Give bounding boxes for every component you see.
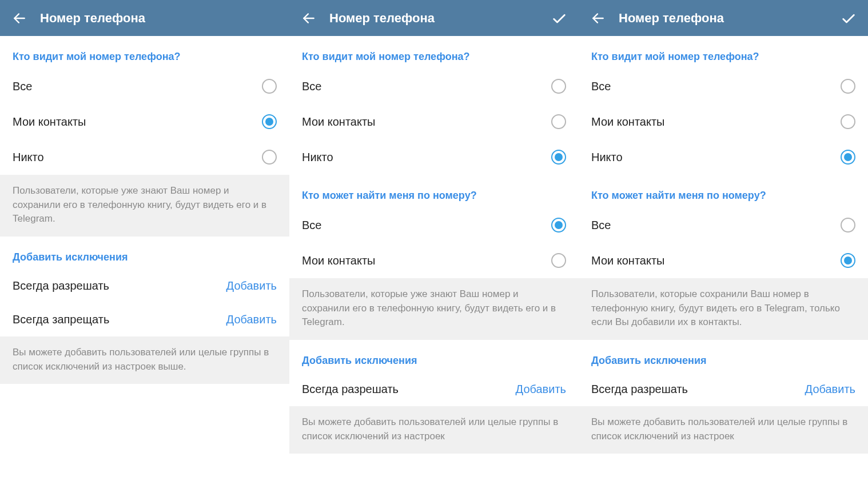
radio-label: Мои контакты [302, 254, 375, 267]
settings-screen: Номер телефонаКто видит мой номер телефо… [0, 0, 289, 493]
section-title: Добавить исключения [579, 340, 868, 372]
exception-label: Всегда разрешать [591, 383, 688, 396]
confirm-check-icon[interactable] [548, 7, 571, 30]
radio-label: Все [302, 80, 321, 93]
exception-row[interactable]: Всегда разрешатьДобавить [579, 372, 868, 406]
info-text: Пользователи, которые уже знают Ваш номе… [0, 175, 289, 237]
radio-label: Мои контакты [302, 115, 375, 129]
radio-option[interactable]: Мои контакты [289, 104, 579, 139]
confirm-check-icon[interactable] [837, 7, 860, 30]
info-text: Пользователи, которые сохранили Ваш номе… [579, 278, 868, 340]
radio-option[interactable]: Никто [289, 139, 579, 175]
radio-button-icon[interactable] [841, 114, 855, 129]
radio-option[interactable]: Никто [0, 139, 289, 175]
add-link[interactable]: Добавить [226, 313, 277, 326]
radio-label: Все [302, 219, 321, 232]
radio-option[interactable]: Мои контакты [0, 104, 289, 139]
radio-button-icon[interactable] [841, 79, 855, 94]
radio-option[interactable]: Все [289, 207, 579, 243]
radio-option[interactable]: Все [289, 69, 579, 104]
section-title: Кто видит мой номер телефона? [0, 36, 289, 69]
toolbar: Номер телефона [0, 0, 289, 36]
radio-label: Мои контакты [591, 115, 664, 129]
radio-option[interactable]: Мои контакты [579, 104, 868, 139]
page-title: Номер телефона [619, 11, 837, 26]
toolbar: Номер телефона [289, 0, 579, 36]
radio-label: Все [591, 219, 611, 232]
back-arrow-icon[interactable] [8, 7, 31, 30]
settings-screen: Номер телефонаКто видит мой номер телефо… [289, 0, 579, 493]
radio-button-icon[interactable] [841, 150, 855, 165]
radio-option[interactable]: Мои контакты [289, 243, 579, 278]
section-title: Кто видит мой номер телефона? [289, 36, 579, 69]
radio-label: Все [13, 80, 32, 93]
back-arrow-icon[interactable] [587, 7, 610, 30]
section-title: Добавить исключения [289, 340, 579, 372]
radio-option[interactable]: Мои контакты [579, 243, 868, 278]
info-text: Вы можете добавить пользователей или цел… [289, 406, 579, 454]
exception-label: Всегда разрешать [302, 383, 399, 396]
radio-button-icon[interactable] [551, 79, 566, 94]
radio-label: Мои контакты [591, 254, 664, 267]
radio-button-icon[interactable] [841, 218, 855, 233]
settings-screen: Номер телефонаКто видит мой номер телефо… [579, 0, 868, 493]
exception-label: Всегда разрешать [13, 279, 109, 292]
radio-button-icon[interactable] [551, 114, 566, 129]
radio-button-icon[interactable] [841, 253, 855, 268]
info-text: Пользователи, которые уже знают Ваш номе… [289, 278, 579, 340]
add-link[interactable]: Добавить [516, 383, 566, 396]
section-title: Добавить исключения [0, 237, 289, 269]
radio-option[interactable]: Все [579, 207, 868, 243]
exception-row[interactable]: Всегда запрещатьДобавить [0, 303, 289, 336]
radio-label: Никто [13, 151, 44, 164]
radio-button-icon[interactable] [551, 150, 566, 165]
back-arrow-icon[interactable] [297, 7, 320, 30]
radio-label: Никто [591, 151, 623, 164]
radio-label: Все [591, 80, 611, 93]
add-link[interactable]: Добавить [805, 383, 855, 396]
add-link[interactable]: Добавить [226, 279, 277, 292]
page-title: Номер телефона [329, 11, 548, 26]
toolbar: Номер телефона [579, 0, 868, 36]
radio-option[interactable]: Все [0, 69, 289, 104]
exception-row[interactable]: Всегда разрешатьДобавить [289, 372, 579, 406]
radio-button-icon[interactable] [262, 114, 277, 129]
exception-row[interactable]: Всегда разрешатьДобавить [0, 269, 289, 303]
radio-button-icon[interactable] [262, 79, 277, 94]
radio-button-icon[interactable] [262, 150, 277, 165]
page-title: Номер телефона [40, 11, 281, 26]
radio-option[interactable]: Никто [579, 139, 868, 175]
section-title: Кто может найти меня по номеру? [579, 175, 868, 207]
radio-option[interactable]: Все [579, 69, 868, 104]
info-text: Вы можете добавить пользователей или цел… [0, 336, 289, 384]
info-text: Вы можете добавить пользователей или цел… [579, 406, 868, 454]
radio-label: Мои контакты [13, 115, 86, 129]
section-title: Кто может найти меня по номеру? [289, 175, 579, 207]
exception-label: Всегда запрещать [13, 313, 109, 326]
radio-button-icon[interactable] [551, 218, 566, 233]
radio-button-icon[interactable] [551, 253, 566, 268]
section-title: Кто видит мой номер телефона? [579, 36, 868, 69]
radio-label: Никто [302, 151, 333, 164]
